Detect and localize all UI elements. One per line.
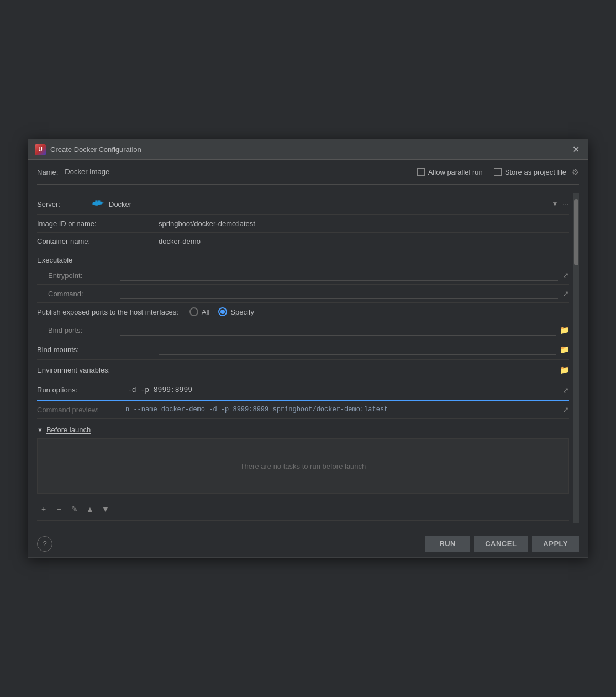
gear-icon[interactable]: ⚙: [572, 167, 579, 176]
bind-ports-input[interactable]: [120, 324, 556, 336]
svg-rect-3: [95, 200, 97, 202]
server-row: Server: Docker ▼: [37, 193, 569, 215]
move-down-button[interactable]: ▼: [99, 502, 112, 516]
title-bar: U Create Docker Configuration ✕: [28, 140, 588, 160]
radio-specify-item[interactable]: Specify: [218, 307, 254, 316]
bind-ports-label: Bind ports:: [48, 326, 120, 334]
add-task-button[interactable]: +: [37, 502, 50, 516]
command-preview-expand-icon[interactable]: ⤢: [562, 405, 569, 414]
top-right-options: Allow parallel run Store as project file…: [417, 167, 579, 176]
store-project-group[interactable]: Store as project file ⚙: [494, 167, 579, 176]
bind-mounts-input[interactable]: [159, 344, 556, 355]
server-value: Docker ▼ ···: [92, 199, 569, 209]
env-vars-input[interactable]: [159, 364, 556, 375]
allow-parallel-label: Allow parallel run: [428, 168, 483, 176]
title-bar-left: U Create Docker Configuration: [35, 144, 141, 155]
run-button[interactable]: RUN: [425, 536, 470, 552]
help-button[interactable]: ?: [37, 536, 52, 552]
before-launch-label: Before launch: [46, 426, 91, 434]
server-name: Docker: [109, 200, 131, 208]
scrollbar-thumb[interactable]: [574, 199, 578, 265]
edit-task-button[interactable]: ✎: [68, 502, 81, 516]
env-vars-row: Environment variables: 📁: [37, 360, 569, 380]
run-options-expand-icon[interactable]: ⤢: [562, 386, 569, 395]
dialog-footer: ? RUN CANCEL APPLY: [28, 530, 588, 557]
name-label: Name:: [37, 168, 58, 176]
command-row: Command: ⤢: [37, 285, 569, 303]
app-icon: U: [35, 144, 46, 155]
svg-rect-4: [98, 200, 100, 202]
docker-icon: [92, 199, 106, 209]
radio-all-label: All: [202, 308, 209, 316]
before-launch-box: There are no tasks to run before launch: [37, 438, 569, 494]
collapse-triangle-icon[interactable]: ▼: [37, 427, 43, 433]
dialog-body: Name: Allow parallel run Store as projec…: [28, 160, 588, 530]
entrypoint-label: Entrypoint:: [48, 271, 120, 280]
main-content: Server: Docker ▼: [37, 193, 569, 523]
cancel-button[interactable]: CANCEL: [474, 536, 528, 552]
entrypoint-input[interactable]: [120, 270, 558, 281]
remove-task-button[interactable]: −: [52, 502, 66, 516]
command-preview-label: Command preview:: [37, 406, 125, 414]
before-launch-empty-text: There are no tasks to run before launch: [240, 462, 366, 470]
image-id-row: Image ID or name: springboot/docker-demo…: [37, 215, 569, 233]
server-label: Server:: [37, 200, 92, 208]
command-preview-value: n --name docker-demo -d -p 8999:8999 spr…: [125, 406, 558, 413]
server-dropdown[interactable]: ▼ ···: [551, 200, 569, 208]
allow-parallel-checkbox[interactable]: [417, 168, 425, 176]
name-section: Name:: [37, 166, 173, 177]
executable-section-header: Executable: [37, 250, 569, 266]
bind-mounts-label: Bind mounts:: [37, 345, 159, 354]
radio-specify-dot: [220, 310, 225, 314]
dialog-title: Create Docker Configuration: [50, 145, 141, 154]
radio-all-button[interactable]: [189, 307, 198, 316]
run-options-input[interactable]: [125, 385, 558, 395]
entrypoint-row: Entrypoint: ⤢: [37, 266, 569, 285]
command-preview-row: Command preview: n --name docker-demo -d…: [37, 401, 569, 419]
before-launch-header: ▼ Before launch: [37, 419, 569, 438]
bind-ports-row: Bind ports: 📁: [37, 321, 569, 339]
move-up-button[interactable]: ▲: [83, 502, 97, 516]
toolbar-row: + − ✎ ▲ ▼: [37, 498, 569, 521]
command-expand-icon[interactable]: ⤢: [562, 289, 569, 298]
store-project-checkbox[interactable]: [494, 168, 502, 176]
env-vars-label: Environment variables:: [37, 366, 159, 374]
bind-mounts-row: Bind mounts: 📁: [37, 339, 569, 360]
bind-ports-folder-icon[interactable]: 📁: [560, 326, 569, 334]
radio-specify-button[interactable]: [218, 307, 227, 316]
allow-parallel-group[interactable]: Allow parallel run: [417, 168, 483, 176]
scrollbar[interactable]: [573, 193, 579, 523]
close-button[interactable]: ✕: [570, 144, 581, 155]
bind-mounts-folder-icon[interactable]: 📁: [560, 345, 569, 354]
content-area: Server: Docker ▼: [37, 193, 579, 523]
container-name-row: Container name: docker-demo: [37, 233, 569, 250]
create-docker-dialog: U Create Docker Configuration ✕ Name: Al…: [28, 139, 588, 558]
name-input[interactable]: [62, 166, 173, 177]
more-options-icon[interactable]: ···: [562, 200, 569, 208]
container-name-value: docker-demo: [159, 237, 569, 245]
env-vars-folder-icon[interactable]: 📁: [560, 365, 569, 374]
command-label: Command:: [48, 290, 120, 298]
ports-label: Publish exposed ports to the host interf…: [37, 308, 178, 316]
apply-button[interactable]: APPLY: [532, 536, 579, 552]
run-options-row: Run options: ⤢: [37, 380, 569, 401]
run-options-label: Run options:: [37, 386, 125, 394]
ports-radio-group: All Specify: [189, 307, 254, 316]
radio-all-item[interactable]: All: [189, 307, 209, 316]
radio-specify-label: Specify: [230, 308, 254, 316]
ports-row: Publish exposed ports to the host interf…: [37, 303, 569, 321]
image-id-label: Image ID or name:: [37, 219, 159, 228]
entrypoint-expand-icon[interactable]: ⤢: [562, 271, 569, 280]
image-id-value: springboot/docker-demo:latest: [159, 219, 569, 228]
container-name-label: Container name:: [37, 237, 159, 245]
command-input[interactable]: [120, 288, 558, 299]
store-project-label: Store as project file: [505, 168, 566, 176]
top-row: Name: Allow parallel run Store as projec…: [37, 166, 579, 185]
dropdown-chevron-icon[interactable]: ▼: [551, 200, 558, 208]
